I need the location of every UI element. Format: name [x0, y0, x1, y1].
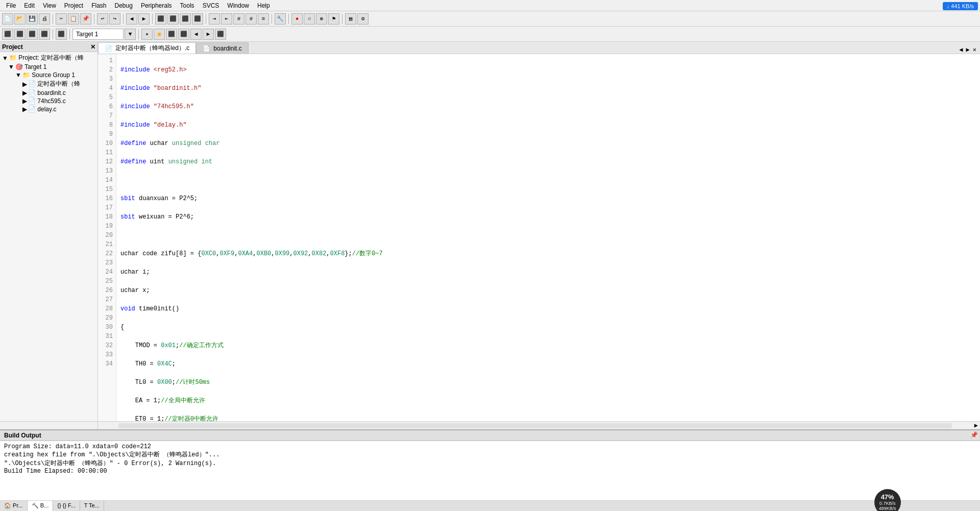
tree-file-label-2: 📄 boardinit.c	[28, 89, 66, 96]
code-content[interactable]: #include <reg52.h> #include "boardinit.h…	[116, 54, 980, 421]
project-hscroll[interactable]	[0, 421, 97, 429]
tree-file-delay[interactable]: ▶ 📄 delay.c	[1, 105, 96, 113]
tree-file-main[interactable]: ▶ 📄 定时器中断（蜂	[1, 79, 96, 89]
tb2-btn-6[interactable]: ✦	[141, 29, 153, 40]
tree-group-label: 📁 Source Group 1	[22, 71, 75, 79]
menu-edit[interactable]: Edit	[20, 1, 39, 10]
tree-project-root[interactable]: ▼ 📁 Project: 定时器中断（蜂	[1, 53, 96, 63]
tb2-btn-10[interactable]: ▶	[203, 29, 214, 40]
unindent-button[interactable]: ⇤	[221, 13, 232, 25]
sub-tab-pr[interactable]: 🏠 Pr...	[0, 501, 28, 511]
debug-run-button[interactable]: ●	[291, 13, 303, 25]
menu-debug[interactable]: Debug	[111, 1, 137, 10]
tab-boardinit-label: boardinit.c	[213, 45, 241, 52]
redo-button[interactable]: ↪	[109, 13, 120, 25]
tb-btn-5[interactable]: ⬛	[155, 13, 166, 25]
tb-btn-9[interactable]: #	[233, 13, 244, 25]
tb2-btn-4[interactable]: ⬛	[39, 29, 50, 40]
save-button[interactable]: 💾	[27, 13, 38, 25]
sub-tab-f-label: {} F...	[63, 502, 76, 508]
tb2-btn-2[interactable]: ⬛	[14, 29, 26, 40]
tb-btn-10[interactable]: #	[246, 13, 257, 25]
tree-file-expand-4: ▶	[22, 106, 27, 113]
tree-file-74hc595[interactable]: ▶ 📄 74hc595.c	[1, 97, 96, 105]
menu-flash[interactable]: Flash	[87, 1, 110, 10]
line-num-2: 2	[101, 65, 113, 75]
hscroll-thumb[interactable]	[118, 423, 952, 428]
tb2-btn-11[interactable]: ⬛	[215, 29, 226, 40]
project-panel-close[interactable]: ✕	[90, 43, 95, 51]
copy-button[interactable]: 📋	[68, 13, 79, 25]
tab-main-label: 定时器中断（蜂鸣器led）.c	[115, 44, 189, 53]
new-file-button[interactable]: 📄	[2, 13, 13, 25]
paste-button[interactable]: 📌	[80, 13, 91, 25]
tab-scroll-left[interactable]: ◀	[958, 46, 964, 54]
menu-peripherals[interactable]: Peripherals	[137, 1, 176, 10]
tab-scroll-right[interactable]: ▶	[965, 46, 971, 54]
tb2-btn-1[interactable]: ⬛	[2, 29, 13, 40]
menu-help[interactable]: Help	[253, 1, 274, 10]
debug-btn-4[interactable]: ⚑	[328, 13, 339, 25]
tree-file-label-3: 📄 74hc595.c	[28, 98, 66, 105]
debug-reset-button[interactable]: ○	[304, 13, 315, 25]
sub-tab-b[interactable]: 🔨 B...	[28, 501, 54, 511]
tb-btn-12[interactable]: 🔧	[275, 13, 286, 25]
menu-tools[interactable]: Tools	[176, 1, 199, 10]
toolbar-separator-4	[152, 14, 153, 24]
menu-svcs[interactable]: SVCS	[199, 1, 224, 10]
build-line-2: creating hex file from ".\Objects\定时器中断 …	[4, 450, 976, 459]
target-dropdown[interactable]: ▼	[125, 29, 136, 40]
tb-btn-11[interactable]: ≡	[258, 13, 269, 25]
sub-tab-f[interactable]: {} {} F...	[53, 501, 80, 511]
nav-forward-button[interactable]: ▶	[138, 13, 150, 25]
save-all-button[interactable]: 🖨	[39, 13, 50, 25]
sub-tab-te[interactable]: T Te...	[80, 501, 104, 511]
nav-back-button[interactable]: ◀	[126, 13, 137, 25]
code-line-9: sbit weixuan = P2^6;	[120, 212, 976, 222]
tree-target[interactable]: ▼ 🎯 Target 1	[1, 63, 96, 71]
tb2-btn-3[interactable]: ⬛	[27, 29, 38, 40]
tree-file-expand-1: ▶	[22, 81, 27, 88]
indent-button[interactable]: ⇥	[209, 13, 220, 25]
tb2-btn-5[interactable]: ⬛	[56, 29, 67, 40]
tb2-btn-9[interactable]: ◀	[190, 29, 202, 40]
tab-boardinit[interactable]: 📄 boardinit.c	[196, 42, 248, 54]
tab-close-editor[interactable]: ✕	[971, 46, 978, 54]
tb-btn-last[interactable]: ⚙	[357, 13, 369, 25]
menu-view[interactable]: View	[39, 1, 60, 10]
tb-btn-6[interactable]: ⬛	[167, 13, 179, 25]
open-file-button[interactable]: 📂	[14, 13, 26, 25]
editor-horizontal-scrollbar[interactable]: ▶	[98, 421, 980, 429]
line-num-23: 23	[101, 258, 113, 267]
tree-expand-icon: ▼	[2, 55, 8, 62]
menu-window[interactable]: Window	[223, 1, 253, 10]
sub-tab-b-icon: 🔨	[32, 502, 39, 508]
line-num-17: 17	[101, 203, 113, 212]
tree-file-expand-2: ▶	[22, 89, 27, 96]
undo-button[interactable]: ↩	[97, 13, 108, 25]
cut-button[interactable]: ✂	[56, 13, 67, 25]
build-output-pin[interactable]: 📌	[970, 432, 978, 439]
tb-btn-8[interactable]: ⬛	[192, 13, 203, 25]
hscroll-right-arrow[interactable]: ▶	[972, 422, 980, 429]
tb2-build-button[interactable]: ▣	[154, 29, 165, 40]
code-line-7	[120, 176, 976, 185]
tree-source-group[interactable]: ▼ 📁 Source Group 1	[1, 71, 96, 79]
menu-file[interactable]: File	[2, 1, 20, 10]
toolbar-separator-1	[53, 14, 53, 24]
debug-stop-button[interactable]: ⊗	[316, 13, 327, 25]
tree-file-boardinit[interactable]: ▶ 📄 boardinit.c	[1, 89, 96, 97]
tb2-btn-8[interactable]: ⬛	[178, 29, 189, 40]
tab-main-file[interactable]: 📄 定时器中断（蜂鸣器led）.c	[98, 42, 196, 54]
code-editor[interactable]: 1 2 3 4 5 6 7 8 9 10 11 12 13 14 15 16 1	[98, 54, 980, 421]
view-options-button[interactable]: ▤	[345, 13, 356, 25]
line-num-26: 26	[101, 286, 113, 295]
line-num-22: 22	[101, 249, 113, 258]
target-selector[interactable]: Target 1	[72, 29, 124, 40]
line-num-21: 21	[101, 240, 113, 249]
toolbar-row-1: 📄 📂 💾 🖨 ✂ 📋 📌 ↩ ↪ ◀ ▶ ⬛ ⬛ ⬛ ⬛ ⇥ ⇤ # # ≡ …	[0, 11, 980, 27]
tb2-btn-7[interactable]: ⬛	[166, 29, 177, 40]
tree-file-label-1: 📄 定时器中断（蜂	[28, 80, 80, 88]
menu-project[interactable]: Project	[60, 1, 87, 10]
tb-btn-7[interactable]: ⬛	[180, 13, 191, 25]
